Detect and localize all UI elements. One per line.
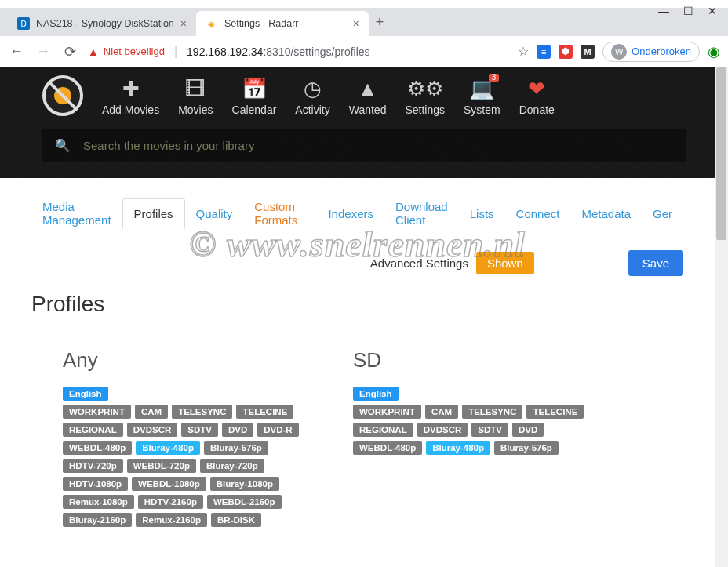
user-profile-button[interactable]: W Onderbroken [602, 42, 700, 62]
tab-media-management[interactable]: Media Management [31, 192, 122, 234]
favicon-icon: ◉ [206, 17, 218, 30]
star-icon[interactable]: ☆ [518, 44, 529, 59]
quality-tag: TELESYNC [172, 405, 232, 419]
quality-tag: HDTV-2160p [138, 495, 203, 509]
warning-icon: ▲ [88, 45, 99, 58]
new-tab-button[interactable]: + [369, 14, 391, 31]
quality-tag: Bluray-480p [136, 441, 200, 455]
film-icon: 🎞 [185, 77, 206, 100]
tab-close-icon[interactable]: × [180, 17, 187, 30]
nav-item-movies[interactable]: 🎞Movies [178, 77, 213, 116]
gears-icon: ⚙⚙ [407, 77, 443, 100]
tab-metadata[interactable]: Metadata [570, 199, 642, 228]
badge: 3 [489, 74, 500, 82]
tab-profiles[interactable]: Profiles [122, 198, 185, 229]
extension-icon[interactable]: ◉ [708, 43, 720, 60]
extension-icon[interactable]: M [581, 45, 595, 59]
language-tag: English [63, 387, 108, 401]
quality-tag: Bluray-1080p [210, 477, 279, 491]
quality-tag: Remux-1080p [63, 495, 134, 509]
address-bar: ← → ⟳ ▲ Niet beveiligd | 192.168.192.34:… [0, 36, 728, 67]
save-button[interactable]: Save [628, 250, 683, 276]
quality-tag: CAM [425, 405, 458, 419]
forward-button[interactable]: → [35, 43, 52, 60]
maximize-icon[interactable]: ☐ [683, 5, 693, 17]
plus-icon: ✚ [122, 77, 140, 100]
tab-quality[interactable]: Quality [185, 199, 244, 228]
security-warning[interactable]: ▲ Niet beveiligd [88, 45, 165, 58]
quality-tag: Bluray-2160p [63, 513, 132, 527]
nav-item-settings[interactable]: ⚙⚙Settings [405, 77, 445, 116]
scrollbar[interactable] [715, 67, 728, 567]
back-button[interactable]: ← [8, 43, 25, 60]
settings-toolbar: Advanced Settings Shown Save [31, 250, 683, 276]
page-title: Profiles [31, 292, 683, 317]
search-input[interactable] [83, 139, 673, 152]
browser-tab[interactable]: D NAS218 - Synology DiskStation × [8, 11, 196, 36]
nav-label: System [464, 104, 500, 116]
user-label: Onderbroken [632, 45, 691, 57]
nav-item-activity[interactable]: ◷Activity [295, 77, 329, 116]
tab-title: Settings - Radarr [224, 18, 298, 29]
nav-item-add-movies[interactable]: ✚Add Movies [102, 77, 159, 116]
url-display[interactable]: 192.168.192.34:8310/settings/profiles [187, 45, 370, 58]
quality-tag: TELECINE [526, 405, 584, 419]
quality-tag: DVD-R [257, 423, 298, 437]
quality-tag: SDTV [471, 423, 508, 437]
nav-item-calendar[interactable]: 📅Calendar [232, 77, 277, 116]
quality-tag: DVDSCR [127, 423, 178, 437]
quality-tag: DVD [512, 423, 544, 437]
profile-name: SD [353, 348, 604, 373]
extension-icon[interactable]: ⬢ [559, 45, 573, 59]
warning-icon: ▲ [358, 77, 378, 100]
nav-item-wanted[interactable]: ▲Wanted [349, 77, 387, 116]
profile-card[interactable]: AnyEnglishWORKPRINTCAMTELESYNCTELECINERE… [63, 348, 314, 531]
tab-indexers[interactable]: Indexers [317, 199, 384, 228]
minimize-icon[interactable]: — [658, 5, 669, 17]
nav-label: Donate [519, 104, 555, 116]
quality-tag: BR-DISK [211, 513, 261, 527]
tab-connect[interactable]: Connect [505, 199, 571, 228]
language-tag: English [353, 387, 399, 401]
quality-tag: CAM [135, 405, 168, 419]
quality-tag: REGIONAL [63, 423, 123, 437]
tab-download-client[interactable]: Download Client [384, 192, 459, 234]
tab-close-icon[interactable]: × [353, 17, 359, 30]
laptop-icon: 💻3 [469, 77, 494, 100]
avatar: W [611, 44, 627, 60]
nav-item-donate[interactable]: ❤Donate [519, 77, 555, 116]
advanced-toggle[interactable]: Shown [476, 252, 534, 274]
app-header: ✚Add Movies🎞Movies📅Calendar◷Activity▲Wan… [0, 67, 728, 178]
settings-tabs: Media ManagementProfilesQualityCustom Fo… [31, 192, 683, 234]
nav-label: Activity [295, 104, 329, 116]
nav-label: Movies [178, 104, 213, 116]
nav-item-system[interactable]: 💻3System [464, 77, 500, 116]
browser-tab[interactable]: ◉ Settings - Radarr × [196, 11, 369, 36]
tab-lists[interactable]: Lists [459, 199, 505, 228]
advanced-settings-label: Advanced Settings [370, 256, 468, 270]
quality-tag: REGIONAL [353, 423, 413, 437]
nav-label: Wanted [349, 104, 387, 116]
extension-icon[interactable]: ≡ [537, 45, 551, 59]
search-bar[interactable]: 🔍 [42, 129, 686, 162]
nav-label: Calendar [232, 104, 277, 116]
tab-title: NAS218 - Synology DiskStation [36, 18, 174, 29]
scrollbar-thumb[interactable] [716, 67, 726, 240]
quality-tag: WEBDL-720p [127, 459, 196, 473]
quality-tag: Remux-2160p [136, 513, 207, 527]
quality-tag: WORKPRINT [63, 405, 131, 419]
reload-button[interactable]: ⟳ [61, 43, 78, 60]
calendar-icon: 📅 [242, 77, 267, 100]
nav-label: Add Movies [102, 104, 159, 116]
quality-tag: TELESYNC [462, 405, 522, 419]
quality-tag: WEBDL-480p [353, 441, 422, 455]
profile-card[interactable]: SDEnglishWORKPRINTCAMTELESYNCTELECINEREG… [353, 348, 604, 531]
quality-tag: Bluray-576p [494, 441, 559, 455]
close-icon[interactable]: ✕ [708, 5, 717, 17]
quality-tag: DVDSCR [417, 423, 468, 437]
tab-ger[interactable]: Ger [642, 199, 683, 228]
quality-tag: WORKPRINT [353, 405, 421, 419]
favicon-icon: D [17, 17, 30, 30]
tab-custom-formats[interactable]: Custom Formats [243, 192, 317, 234]
app-logo[interactable] [42, 75, 83, 116]
